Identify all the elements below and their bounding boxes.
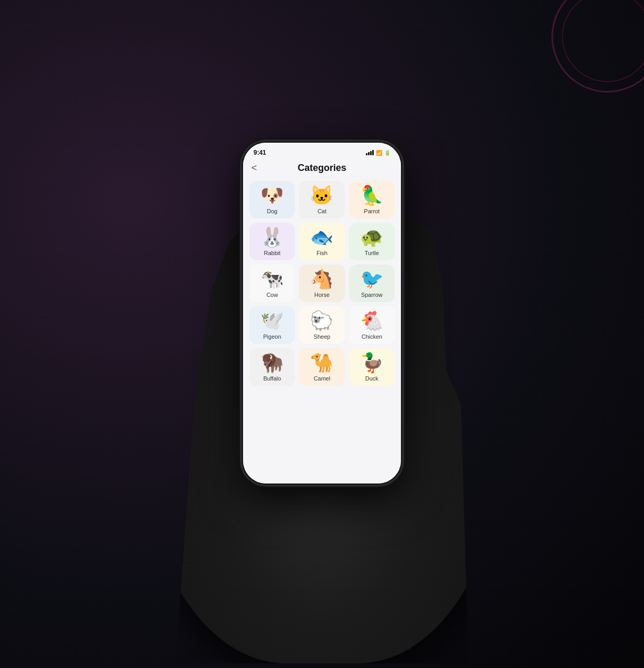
fish-icon: 🐟 xyxy=(310,228,334,247)
rabbit-label: Rabbit xyxy=(264,250,281,256)
duck-label: Duck xyxy=(365,375,378,382)
animal-grid: 🐶Dog🐱Cat🦜Parrot🐰Rabbit🐟Fish🐢Turtle🐄Cow🐴H… xyxy=(243,179,401,390)
sheep-label: Sheep xyxy=(314,333,330,340)
back-button[interactable]: < xyxy=(251,163,257,174)
animal-card-dog[interactable]: 🐶Dog xyxy=(249,181,295,218)
app-content: < Categories 🐶Dog🐱Cat🦜Parrot🐰Rabbit🐟Fish… xyxy=(243,158,401,483)
signal-bars xyxy=(366,150,374,155)
cat-icon: 🐱 xyxy=(310,186,334,205)
animal-card-pigeon[interactable]: 🕊️Pigeon xyxy=(249,306,295,344)
turtle-label: Turtle xyxy=(364,250,379,256)
status-time: 9:41 xyxy=(254,149,266,156)
phone-screen: 9:41 📶 🔋 < Categories xyxy=(243,143,401,483)
sheep-icon: 🐑 xyxy=(310,312,334,330)
battery-icon: 🔋 xyxy=(384,150,390,156)
status-bar: 9:41 📶 🔋 xyxy=(243,143,401,158)
buffalo-label: Buffalo xyxy=(263,375,281,382)
animal-card-chicken[interactable]: 🐔Chicken xyxy=(349,306,395,344)
cat-label: Cat xyxy=(317,208,326,214)
animal-card-duck[interactable]: 🦆Duck xyxy=(349,348,395,386)
scene: 9:41 📶 🔋 < Categories xyxy=(87,47,557,621)
animal-card-sheep[interactable]: 🐑Sheep xyxy=(299,306,344,344)
horse-icon: 🐴 xyxy=(310,270,334,289)
bg-decoration xyxy=(550,0,644,94)
animal-card-sparrow[interactable]: 🐦Sparrow xyxy=(349,264,395,302)
chicken-icon: 🐔 xyxy=(360,312,384,330)
cow-label: Cow xyxy=(267,292,278,298)
parrot-label: Parrot xyxy=(364,208,380,214)
animal-card-fish[interactable]: 🐟Fish xyxy=(299,223,344,260)
horse-label: Horse xyxy=(314,292,329,298)
page-title: Categories xyxy=(297,163,346,174)
duck-icon: 🦆 xyxy=(360,353,384,372)
rabbit-icon: 🐰 xyxy=(260,228,284,247)
animal-card-cat[interactable]: 🐱Cat xyxy=(299,181,344,218)
buffalo-icon: 🦬 xyxy=(260,353,284,372)
status-icons: 📶 🔋 xyxy=(366,150,390,156)
phone: 9:41 📶 🔋 < Categories xyxy=(241,141,403,486)
camel-label: Camel xyxy=(314,375,330,382)
animal-card-camel[interactable]: 🐪Camel xyxy=(299,348,344,386)
sparrow-label: Sparrow xyxy=(361,292,383,298)
fish-label: Fish xyxy=(317,250,328,256)
pigeon-icon: 🕊️ xyxy=(260,312,284,330)
dog-label: Dog xyxy=(267,208,278,214)
sparrow-icon: 🐦 xyxy=(360,270,384,289)
animal-card-buffalo[interactable]: 🦬Buffalo xyxy=(249,348,295,386)
pigeon-label: Pigeon xyxy=(263,333,281,340)
animal-card-horse[interactable]: 🐴Horse xyxy=(299,264,344,302)
camel-icon: 🐪 xyxy=(310,353,334,372)
turtle-icon: 🐢 xyxy=(360,228,384,247)
parrot-icon: 🦜 xyxy=(360,186,384,205)
cow-icon: 🐄 xyxy=(260,270,284,289)
animal-card-cow[interactable]: 🐄Cow xyxy=(249,264,295,302)
chicken-label: Chicken xyxy=(361,333,382,340)
animal-card-parrot[interactable]: 🦜Parrot xyxy=(349,181,395,218)
app-header: < Categories xyxy=(243,158,401,179)
animal-card-rabbit[interactable]: 🐰Rabbit xyxy=(249,223,295,260)
dog-icon: 🐶 xyxy=(260,186,284,205)
animal-card-turtle[interactable]: 🐢Turtle xyxy=(349,223,395,260)
wifi-icon: 📶 xyxy=(376,150,382,156)
